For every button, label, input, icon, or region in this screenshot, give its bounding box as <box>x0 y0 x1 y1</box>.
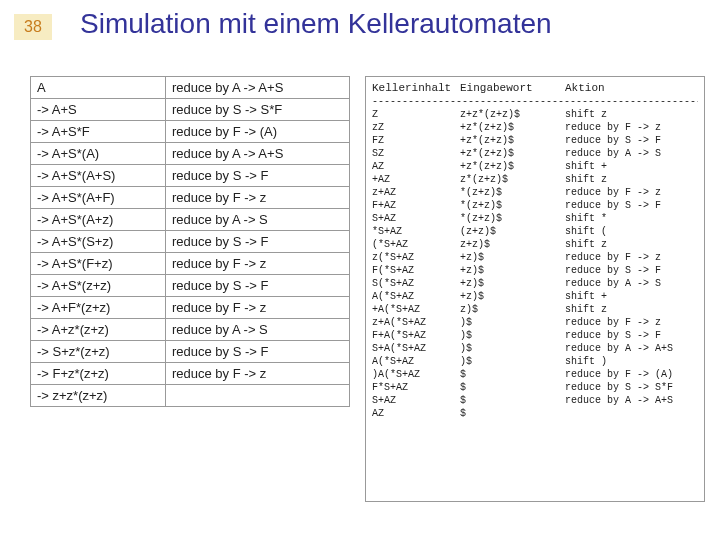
action-cell: reduce by S -> S*F <box>166 99 349 120</box>
input-cell: +z)$ <box>460 264 565 277</box>
action-cell: reduce by A -> A+S <box>166 143 349 164</box>
input-cell: $ <box>460 407 565 420</box>
trace-row: S+AZ*(z+z)$shift * <box>372 212 698 225</box>
action-cell: reduce by S -> F <box>565 199 698 212</box>
header-divider: ----------------------------------------… <box>372 95 698 108</box>
action-cell: reduce by S -> F <box>565 134 698 147</box>
action-cell: reduce by F -> z <box>166 253 349 274</box>
trace-row: (*S+AZz+z)$shift z <box>372 238 698 251</box>
derivation-cell: -> A+F*(z+z) <box>31 297 166 318</box>
action-cell: reduce by S -> F <box>565 329 698 342</box>
stack-cell: S+AZ <box>372 394 460 407</box>
stack-cell: AZ <box>372 407 460 420</box>
trace-row: A(*S+AZ+z)$shift + <box>372 290 698 303</box>
table-row: -> A+z*(z+z)reduce by A -> S <box>31 319 349 341</box>
stack-cell: +AZ <box>372 173 460 186</box>
action-cell: reduce by S -> F <box>166 165 349 186</box>
action-cell: shift + <box>565 160 698 173</box>
action-cell: reduce by F -> z <box>565 121 698 134</box>
stack-cell: zZ <box>372 121 460 134</box>
trace-row: F(*S+AZ+z)$reduce by S -> F <box>372 264 698 277</box>
action-cell: shift + <box>565 290 698 303</box>
trace-row: Zz+z*(z+z)$shift z <box>372 108 698 121</box>
input-cell: (z+z)$ <box>460 225 565 238</box>
input-cell: )$ <box>460 316 565 329</box>
input-cell: +z)$ <box>460 251 565 264</box>
action-cell: shift z <box>565 108 698 121</box>
action-cell: reduce by F -> z <box>166 363 349 384</box>
table-row: -> z+z*(z+z) <box>31 385 349 406</box>
trace-row: F+AZ*(z+z)$reduce by S -> F <box>372 199 698 212</box>
action-cell: reduce by F -> z <box>565 186 698 199</box>
trace-row: F+A(*S+AZ)$reduce by S -> F <box>372 329 698 342</box>
input-cell: +z*(z+z)$ <box>460 147 565 160</box>
input-cell: $ <box>460 368 565 381</box>
action-cell: reduce by F -> z <box>166 297 349 318</box>
input-cell: z)$ <box>460 303 565 316</box>
action-cell: shift ) <box>565 355 698 368</box>
trace-row: SZ+z*(z+z)$reduce by A -> S <box>372 147 698 160</box>
input-cell: *(z+z)$ <box>460 212 565 225</box>
stack-cell: A(*S+AZ <box>372 290 460 303</box>
table-row: -> A+S*(A+S)reduce by S -> F <box>31 165 349 187</box>
trace-row: z(*S+AZ+z)$reduce by F -> z <box>372 251 698 264</box>
stack-cell: S+A(*S+AZ <box>372 342 460 355</box>
header-stack: Kellerinhalt <box>372 81 460 95</box>
input-cell: )$ <box>460 342 565 355</box>
input-cell: $ <box>460 394 565 407</box>
input-cell: z+z)$ <box>460 238 565 251</box>
trace-row: +AZz*(z+z)$shift z <box>372 173 698 186</box>
derivation-cell: A <box>31 77 166 98</box>
action-cell: reduce by F -> z <box>565 316 698 329</box>
action-cell: reduce by A -> S <box>166 209 349 230</box>
trace-row: z+A(*S+AZ)$reduce by F -> z <box>372 316 698 329</box>
action-cell: shift z <box>565 303 698 316</box>
trace-row: zZ+z*(z+z)$reduce by F -> z <box>372 121 698 134</box>
trace-row: A(*S+AZ)$shift ) <box>372 355 698 368</box>
trace-row: F*S+AZ$reduce by S -> S*F <box>372 381 698 394</box>
derivation-cell: -> A+S*(F+z) <box>31 253 166 274</box>
stack-cell: SZ <box>372 147 460 160</box>
table-row: -> A+S*(A+z)reduce by A -> S <box>31 209 349 231</box>
trace-row: +A(*S+AZz)$shift z <box>372 303 698 316</box>
action-cell: reduce by F -> z <box>565 251 698 264</box>
input-cell: +z)$ <box>460 277 565 290</box>
action-cell: reduce by A -> S <box>565 147 698 160</box>
action-cell: shift z <box>565 238 698 251</box>
derivation-cell: -> A+S*F <box>31 121 166 142</box>
action-cell: reduce by S -> S*F <box>565 381 698 394</box>
table-row: -> A+S*(z+z)reduce by S -> F <box>31 275 349 297</box>
stack-cell: S+AZ <box>372 212 460 225</box>
stack-cell: +A(*S+AZ <box>372 303 460 316</box>
stack-cell: AZ <box>372 160 460 173</box>
input-cell: +z)$ <box>460 290 565 303</box>
header-input: Eingabewort <box>460 81 565 95</box>
trace-row: )A(*S+AZ$reduce by F -> (A) <box>372 368 698 381</box>
trace-row: S+AZ$reduce by A -> A+S <box>372 394 698 407</box>
input-cell: *(z+z)$ <box>460 199 565 212</box>
action-cell: reduce by F -> (A) <box>166 121 349 142</box>
derivation-cell: -> A+S*(A+S) <box>31 165 166 186</box>
table-row: -> A+S*(A)reduce by A -> A+S <box>31 143 349 165</box>
input-cell: z+z*(z+z)$ <box>460 108 565 121</box>
stack-cell: F+AZ <box>372 199 460 212</box>
trace-row: S+A(*S+AZ)$reduce by A -> A+S <box>372 342 698 355</box>
action-cell: reduce by A -> S <box>565 277 698 290</box>
input-cell: +z*(z+z)$ <box>460 121 565 134</box>
table-row: -> F+z*(z+z)reduce by F -> z <box>31 363 349 385</box>
trace-row: S(*S+AZ+z)$reduce by A -> S <box>372 277 698 290</box>
stack-cell: A(*S+AZ <box>372 355 460 368</box>
action-cell: reduce by S -> F <box>565 264 698 277</box>
input-cell: )$ <box>460 329 565 342</box>
derivation-cell: -> S+z*(z+z) <box>31 341 166 362</box>
trace-panel: Kellerinhalt Eingabewort Aktion --------… <box>365 76 705 502</box>
input-cell: +z*(z+z)$ <box>460 134 565 147</box>
stack-cell: z+AZ <box>372 186 460 199</box>
input-cell: +z*(z+z)$ <box>460 160 565 173</box>
action-cell: reduce by S -> F <box>166 341 349 362</box>
trace-row: FZ+z*(z+z)$reduce by S -> F <box>372 134 698 147</box>
stack-cell: F(*S+AZ <box>372 264 460 277</box>
page-number: 38 <box>14 14 52 40</box>
table-row: -> S+z*(z+z)reduce by S -> F <box>31 341 349 363</box>
table-row: -> A+S*(A+F)reduce by F -> z <box>31 187 349 209</box>
